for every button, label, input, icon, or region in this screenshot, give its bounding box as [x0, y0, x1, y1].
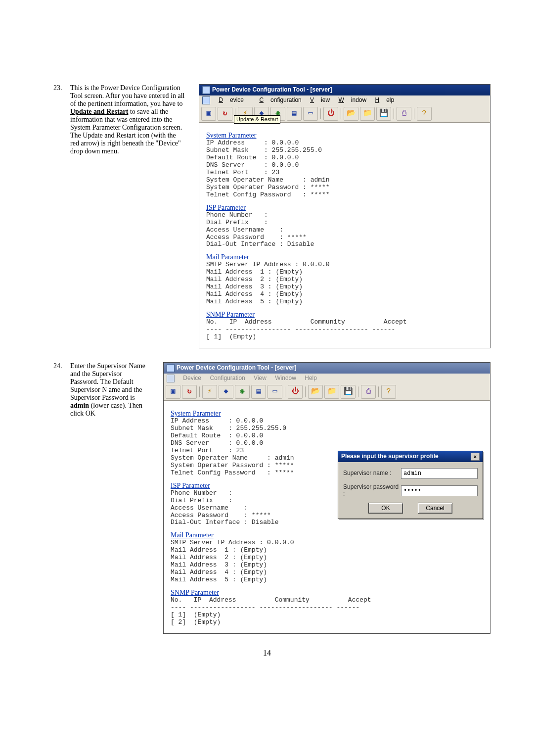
system-ip: IP Address : 0.0.0.0: [206, 140, 483, 147]
save-icon: 💾: [379, 109, 389, 118]
toolbar-separator-5: [414, 108, 414, 119]
diamond-icon: ◆: [223, 387, 228, 396]
menu-window[interactable]: Window: [338, 96, 366, 103]
isp-phone: Phone Number :: [206, 212, 483, 219]
doc-icon: ▤: [292, 109, 296, 118]
update-restart-link: Update and Restart: [70, 108, 128, 115]
refresh-icon: ↻: [187, 387, 191, 396]
close-icon: ×: [474, 454, 477, 460]
system-operator-pass: System Operater Password : *****: [206, 184, 483, 191]
globe-icon: ◉: [240, 387, 244, 396]
dialog-body: Supervisor name : Supervisor password : …: [338, 462, 483, 519]
menu-bar: Device Configuration View Window Help: [199, 95, 490, 105]
isp-prefix: Dial Prefix :: [206, 219, 483, 227]
ok-button[interactable]: OK: [368, 503, 403, 514]
mail-5-2: Mail Address 5 : (Empty): [171, 576, 483, 584]
save-icon: 💾: [344, 387, 353, 396]
snmp-parameter-header: SNMP Parameter: [206, 311, 483, 319]
menu-help[interactable]: Help: [375, 96, 395, 103]
toolbar-2: ▣ ↻ ⚡ ◆ ◉ ▤ ▭ ⏻ 📂 📁 💾 ⎙ ?: [164, 383, 490, 401]
toolbar-btn-update-restart[interactable]: ↻: [218, 107, 232, 121]
toolbar2-btn-6[interactable]: ▤: [251, 385, 266, 399]
toolbar2-btn-2[interactable]: ↻: [182, 385, 197, 399]
screenshot-23-window: Power Device Configuration Tool - [serve…: [199, 84, 490, 348]
toolbar2-btn-7[interactable]: ▭: [267, 385, 282, 399]
mail-5: Mail Address 5 : (Empty): [206, 298, 483, 306]
cancel-button[interactable]: Cancel: [418, 503, 452, 514]
toolbar-btn-7[interactable]: ▭: [303, 107, 318, 121]
window-titlebar: Power Device Configuration Tool - [serve…: [199, 85, 490, 95]
folder-open-icon: 📂: [347, 109, 356, 118]
supervisor-name-input[interactable]: [401, 468, 478, 479]
mdi-icon: [202, 96, 210, 104]
toolbar-btn-6[interactable]: ▤: [287, 107, 302, 121]
system-route: Default Route : 0.0.0.0: [206, 154, 483, 162]
folder-icon: 📁: [327, 387, 337, 396]
mail-smtp-2: SMTP Server IP Address : 0.0.0.0: [171, 539, 483, 547]
toolbar-btn-8[interactable]: ⏻: [323, 107, 338, 121]
folder-open-icon: 📂: [311, 387, 320, 396]
printer-icon: ⎙: [366, 387, 371, 396]
menu-configuration-2: Configuration: [210, 375, 245, 381]
printer-icon: ⎙: [402, 109, 406, 118]
system-parameter-header-2: System Parameter: [171, 410, 483, 418]
supervisor-dialog: Please input the supervisor profile × Su…: [338, 451, 483, 519]
toolbar2-btn-1[interactable]: ▣: [166, 385, 180, 399]
snmp-parameter-header-2: SNMP Parameter: [171, 589, 483, 597]
toolbar2-btn-4[interactable]: ◆: [219, 385, 233, 399]
toolbar-separator-4: [394, 108, 394, 119]
snmp-div-2: ---- ----------------- -----------------…: [171, 604, 483, 612]
menu-device-2: Device: [183, 375, 201, 381]
snmp-cols: No. IP Address Community Accept: [206, 319, 483, 326]
system-ip-2: IP Address : 0.0.0.0: [171, 418, 483, 425]
toolbar-btn-help[interactable]: ?: [417, 107, 432, 121]
toolbar2-btn-print[interactable]: ⎙: [361, 385, 376, 399]
supervisor-name-label: Supervisor name :: [343, 470, 401, 477]
mail-1-2: Mail Address 1 : (Empty): [171, 547, 483, 554]
toolbar-btn-save[interactable]: 💾: [376, 107, 391, 121]
menu-view[interactable]: View: [310, 96, 330, 103]
toolbar-separator-2: [320, 108, 321, 119]
toolbar2-btn-help[interactable]: ?: [381, 385, 396, 399]
toolbar-btn-open[interactable]: 📂: [344, 107, 358, 121]
toolbar2-btn-open[interactable]: 📂: [308, 385, 323, 399]
step24-number: 24.: [53, 362, 70, 370]
system-dns: DNS Server : 0.0.0.0: [206, 162, 483, 169]
help-icon: ?: [422, 109, 426, 118]
toolbar2-btn-3[interactable]: ⚡: [202, 385, 217, 399]
toolbar2-btn-save[interactable]: 💾: [341, 385, 356, 399]
snmp-div: ---- ----------------- -----------------…: [206, 326, 483, 333]
window-title-2: Power Device Configuration Tool - [serve…: [177, 365, 296, 372]
mail-3: Mail Address 3 : (Empty): [206, 284, 483, 291]
help-icon: ?: [386, 387, 391, 396]
toolbar2-btn-5[interactable]: ◉: [235, 385, 250, 399]
mail-2: Mail Address 2 : (Empty): [206, 276, 483, 284]
screen-icon: ▣: [206, 109, 211, 118]
isp-pass: Access Password : *****: [206, 234, 483, 241]
supervisor-pass-input[interactable]: [401, 485, 478, 496]
power-icon: ⏻: [327, 109, 335, 118]
screenshot-24-window: Power Device Configuration Tool - [serve…: [163, 362, 490, 634]
menu-configuration[interactable]: Configuration: [259, 96, 301, 103]
system-operator-name: System Operater Name : admin: [206, 177, 483, 184]
toolbar2-sep-2: [285, 386, 285, 397]
folder-icon: 📁: [363, 109, 372, 118]
dialog-close-button[interactable]: ×: [471, 453, 480, 461]
content-area-1: System Parameter IP Address : 0.0.0.0 Su…: [199, 123, 490, 348]
toolbar2-btn-8[interactable]: ⏻: [288, 385, 303, 399]
toolbar-btn-print[interactable]: ⎙: [397, 107, 411, 121]
step23-text: This is the Power Device Configuration T…: [70, 84, 185, 155]
monitor-icon: ▭: [308, 109, 312, 118]
snmp-row-1: [ 1] (Empty): [206, 333, 483, 341]
toolbar-btn-close[interactable]: 📁: [360, 107, 375, 121]
mail-2-2: Mail Address 2 : (Empty): [171, 554, 483, 562]
monitor-icon: ▭: [272, 387, 277, 396]
toolbar2-btn-close[interactable]: 📁: [324, 385, 339, 399]
mail-4: Mail Address 4 : (Empty): [206, 291, 483, 298]
toolbar-btn-1[interactable]: ▣: [201, 107, 216, 121]
dialog-title-text: Please input the supervisor profile: [341, 453, 439, 460]
window-title: Power Device Configuration Tool - [serve…: [212, 87, 332, 94]
app-icon: [202, 86, 210, 94]
doc-icon: ▤: [256, 387, 261, 396]
menu-device[interactable]: Device: [219, 96, 251, 103]
